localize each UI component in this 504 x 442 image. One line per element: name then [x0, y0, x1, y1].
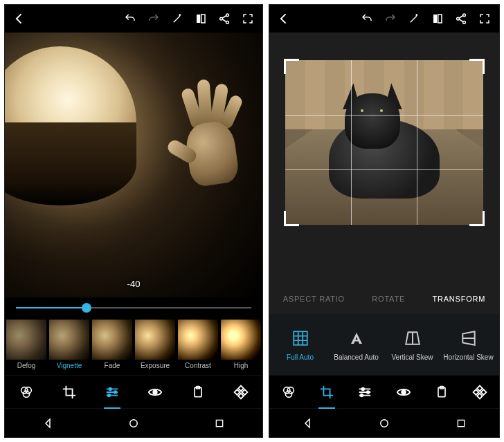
svg-rect-16 — [235, 389, 240, 395]
nav-recents-icon[interactable] — [209, 413, 230, 434]
adjustment-slider[interactable] — [5, 297, 262, 318]
eye-icon — [147, 385, 163, 400]
slider-fill — [16, 307, 87, 309]
transform-balanced-auto[interactable]: Balanced Auto — [328, 329, 384, 361]
transform-icon — [291, 329, 310, 348]
nav-recents-icon[interactable] — [451, 413, 471, 434]
magic-wand-icon[interactable] — [404, 8, 424, 29]
crop-canvas[interactable] — [269, 33, 499, 284]
transform-horizontal-skew[interactable]: Horizontal Skew — [440, 329, 496, 361]
svg-point-28 — [285, 391, 291, 397]
android-navbar — [269, 408, 499, 437]
share-icon[interactable] — [451, 8, 471, 29]
looks-icon — [281, 385, 296, 400]
filter-thumbnail — [178, 320, 218, 360]
tab-transform[interactable]: TRANSFORM — [428, 292, 489, 306]
tool-clipboard[interactable] — [428, 378, 456, 406]
tool-eye[interactable] — [390, 378, 417, 406]
svg-point-10 — [108, 394, 111, 396]
tool-corrections[interactable] — [351, 378, 379, 406]
svg-rect-1 — [201, 15, 205, 23]
svg-point-9 — [114, 391, 117, 394]
crop-gridline — [417, 60, 417, 225]
svg-rect-15 — [238, 393, 244, 398]
filter-item-exposure[interactable]: Exposure — [134, 318, 177, 375]
tool-crop[interactable] — [55, 378, 83, 406]
filter-strip[interactable]: DefogVignetteFadeExposureContrastHigh — [5, 318, 262, 375]
crop-handle-tl[interactable] — [284, 59, 299, 74]
filter-label: Contrast — [185, 362, 211, 369]
crop-frame[interactable] — [285, 60, 483, 225]
redo-icon[interactable] — [380, 8, 401, 29]
compare-icon[interactable] — [427, 8, 448, 29]
svg-point-18 — [130, 419, 138, 427]
filter-label: Fade — [105, 362, 120, 369]
svg-rect-21 — [438, 15, 442, 23]
transform-icon — [403, 329, 422, 348]
tool-clipboard[interactable] — [184, 378, 212, 406]
slider-thumb-icon[interactable] — [82, 303, 91, 313]
transform-option-row: Full AutoBalanced AutoVertical SkewHoriz… — [269, 314, 499, 375]
svg-point-32 — [402, 390, 406, 394]
tool-heal[interactable] — [466, 378, 494, 406]
svg-point-30 — [367, 391, 370, 394]
crop-handle-br[interactable] — [469, 211, 485, 226]
tool-crop[interactable] — [313, 378, 341, 406]
svg-rect-38 — [481, 389, 487, 395]
nav-back-icon[interactable] — [297, 413, 318, 434]
undo-icon[interactable] — [120, 8, 141, 29]
nav-back-icon[interactable] — [37, 413, 58, 434]
fullscreen-icon[interactable] — [474, 8, 495, 29]
back-icon[interactable] — [9, 8, 30, 29]
corrections-icon — [104, 385, 120, 400]
left-screen: -40 DefogVignetteFadeExposureContrastHig… — [4, 4, 263, 438]
svg-rect-20 — [433, 15, 437, 23]
svg-point-39 — [381, 419, 388, 427]
transform-label: Full Auto — [287, 353, 314, 361]
image-canvas[interactable]: -40 — [5, 33, 262, 297]
filter-label: Exposure — [141, 362, 170, 369]
tool-looks[interactable] — [275, 378, 303, 406]
svg-point-6 — [25, 387, 31, 393]
tab-rotate[interactable]: ROTATE — [368, 292, 409, 306]
filter-item-contrast[interactable]: Contrast — [177, 318, 219, 375]
svg-rect-17 — [242, 389, 248, 395]
bottom-toolbar — [5, 375, 262, 408]
nav-home-icon[interactable] — [123, 413, 144, 434]
filter-thumbnail — [92, 320, 132, 360]
tab-aspect-ratio[interactable]: ASPECT RATIO — [279, 292, 349, 306]
tool-looks[interactable] — [12, 378, 40, 406]
share-icon[interactable] — [214, 8, 235, 29]
transform-label: Vertical Skew — [391, 353, 433, 361]
transform-full-auto[interactable]: Full Auto — [272, 329, 328, 361]
tool-heal[interactable] — [227, 378, 255, 406]
filter-item-fade[interactable]: Fade — [91, 318, 134, 375]
tool-corrections[interactable] — [98, 378, 126, 406]
crop-gridline — [351, 60, 352, 225]
svg-rect-0 — [197, 15, 200, 23]
magic-wand-icon[interactable] — [167, 8, 188, 29]
transform-label: Balanced Auto — [334, 353, 379, 361]
heal-icon — [472, 385, 487, 400]
fullscreen-icon[interactable] — [237, 8, 258, 29]
filter-item-vignette[interactable]: Vignette — [48, 318, 91, 375]
crop-gridline — [285, 169, 483, 170]
nav-home-icon[interactable] — [374, 413, 395, 434]
tool-eye[interactable] — [141, 378, 169, 406]
edited-image — [285, 60, 483, 225]
android-navbar — [5, 408, 262, 437]
filter-item-high[interactable]: High — [219, 318, 262, 375]
filter-item-defog[interactable]: Defog — [5, 318, 48, 375]
undo-icon[interactable] — [357, 8, 377, 29]
crop-handle-bl[interactable] — [284, 211, 299, 226]
crop-tab-row: ASPECT RATIOROTATETRANSFORM — [269, 284, 499, 314]
crop-handle-tr[interactable] — [469, 59, 485, 74]
back-icon[interactable] — [273, 8, 294, 29]
redo-icon[interactable] — [143, 8, 164, 29]
transform-vertical-skew[interactable]: Vertical Skew — [384, 329, 440, 361]
svg-rect-19 — [216, 420, 222, 426]
svg-point-11 — [153, 390, 157, 394]
compare-icon[interactable] — [190, 8, 211, 29]
looks-icon — [19, 385, 34, 400]
svg-point-7 — [23, 391, 29, 397]
